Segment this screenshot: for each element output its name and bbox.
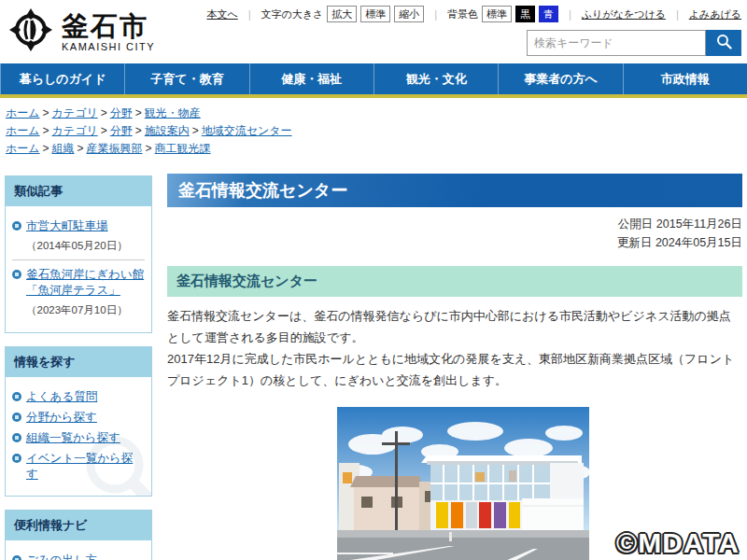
nav-item-business[interactable]: 事業者の方へ: [498, 63, 622, 94]
similar-article-date: （2023年07月10日）: [26, 303, 145, 317]
page: 釜石市 KAMAISHI CITY 本文へ ｜ 文字の大きさ 拡大 標準 縮小 …: [0, 0, 747, 560]
furigana-link[interactable]: ふりがなをつける: [582, 7, 666, 21]
bg-black-button[interactable]: 黒: [515, 6, 535, 22]
read-aloud-link[interactable]: よみあげる: [689, 7, 741, 21]
bullet-icon: [12, 221, 21, 231]
utility-bar: 本文へ ｜ 文字の大きさ 拡大 標準 縮小 ｜ 背景色 標準 黒 青 ｜ ふりが…: [206, 6, 741, 22]
breadcrumb-line-2: ホーム>カテゴリ>分野>施設案内>地域交流センター: [6, 122, 740, 140]
breadcrumb-link[interactable]: 産業振興部: [87, 142, 143, 155]
find-by-field-link[interactable]: 分野から探す: [26, 410, 97, 426]
list-item[interactable]: 分野から探す: [12, 410, 145, 426]
search-button[interactable]: [706, 30, 741, 56]
breadcrumb-link[interactable]: ホーム: [6, 106, 40, 119]
site-title-en: KAMAISHI CITY: [62, 41, 155, 52]
breadcrumb-link[interactable]: 観光・物産: [145, 106, 201, 119]
site-header: 釜石市 KAMAISHI CITY 本文へ ｜ 文字の大きさ 拡大 標準 縮小 …: [0, 0, 747, 63]
garbage-link[interactable]: ごみの出し方: [26, 553, 97, 560]
article-paragraph-2: 2017年12月に完成した市民ホールとともに地域文化の発展を支え、東部地区新商業…: [167, 348, 742, 391]
bullet-icon: [12, 454, 21, 463]
breadcrumb-link[interactable]: 分野: [110, 106, 133, 119]
nav-item-tourism-culture[interactable]: 観光・文化: [374, 63, 498, 94]
nav-item-living-guide[interactable]: 暮らしのガイド: [0, 63, 124, 94]
list-item[interactable]: ごみの出し方: [12, 553, 145, 560]
breadcrumb-link[interactable]: 分野: [110, 124, 133, 137]
global-nav: 暮らしのガイド 子育て・教育 健康・福祉 観光・文化 事業者の方へ 市政情報: [0, 63, 747, 98]
similar-article-link[interactable]: 市営大町駐車場: [26, 218, 108, 234]
font-size-label: 文字の大きさ: [261, 7, 324, 21]
bullet-icon: [12, 270, 21, 279]
breadcrumb: ホーム>カテゴリ>分野>観光・物産 ホーム>カテゴリ>分野>施設案内>地域交流セ…: [0, 98, 747, 162]
similar-article-date: （2014年05月20日）: [26, 239, 145, 253]
breadcrumb-link[interactable]: ホーム: [6, 124, 40, 137]
sidebar: 類似記事 市営大町駐車場 （2014年05月20日） 釜石魚河岸にぎわい館「魚河…: [5, 162, 152, 560]
bullet-icon: [12, 433, 21, 442]
breadcrumb-line-3: ホーム>組織>産業振興部>商工観光課: [6, 140, 740, 158]
sidebar-similar-articles: 類似記事 市営大町駐車場 （2014年05月20日） 釜石魚河岸にぎわい館「魚河…: [5, 175, 152, 333]
site-title: 釜石市 KAMAISHI CITY: [62, 12, 155, 52]
skip-to-content-link[interactable]: 本文へ: [206, 7, 237, 21]
page-title: 釜石情報交流センター: [167, 174, 742, 207]
list-item[interactable]: 釜石魚河岸にぎわい館「魚河岸テラス」: [12, 267, 145, 299]
mdata-watermark: ©MDATA: [616, 527, 740, 559]
bullet-icon: [12, 413, 21, 422]
font-size-small-button[interactable]: 縮小: [394, 6, 424, 22]
find-by-org-link[interactable]: 組織一覧から探す: [26, 430, 120, 446]
breadcrumb-link[interactable]: ホーム: [6, 142, 40, 155]
updated-date: 更新日 2024年05月15日: [167, 233, 742, 252]
city-emblem-icon: [7, 7, 54, 57]
site-logo[interactable]: 釜石市 KAMAISHI CITY: [7, 7, 155, 57]
main-content: 釜石情報交流センター 公開日 2015年11月26日 更新日 2024年05月1…: [167, 162, 742, 560]
sidebar-useful-navi: 便利情報ナビ ごみの出し方 公共交通機関 施設マップ: [5, 510, 152, 560]
bg-standard-button[interactable]: 標準: [482, 6, 512, 22]
faq-link[interactable]: よくある質問: [26, 389, 97, 405]
font-size-normal-button[interactable]: 標準: [360, 6, 390, 22]
section-heading: 釜石情報交流センター: [167, 266, 742, 297]
search-icon: [716, 34, 732, 52]
nav-item-city-government[interactable]: 市政情報: [623, 63, 747, 94]
breadcrumb-link[interactable]: 施設案内: [145, 124, 190, 137]
article-paragraph-1: 釜石情報交流センターは、釜石の情報発信ならびに市内中心部における市民活動やビジネ…: [167, 305, 742, 348]
font-size-large-button[interactable]: 拡大: [327, 6, 357, 22]
list-item[interactable]: 組織一覧から探す: [12, 430, 145, 446]
center-exterior-photo: [337, 407, 589, 560]
list-item[interactable]: よくある質問: [12, 389, 145, 405]
sidebar-find-info: 情報を探す よくある質問 分野から探す 組織一覧から探す: [5, 346, 152, 497]
bg-color-label: 背景色: [447, 7, 478, 21]
divider: [12, 259, 145, 260]
bg-blue-button[interactable]: 青: [539, 6, 558, 22]
breadcrumb-link[interactable]: カテゴリ: [52, 124, 98, 137]
list-item[interactable]: 市営大町駐車場: [12, 218, 145, 234]
nav-item-health-welfare[interactable]: 健康・福祉: [249, 63, 374, 94]
breadcrumb-link[interactable]: カテゴリ: [52, 106, 98, 119]
site-search: [527, 30, 741, 56]
list-item[interactable]: イベント一覧から探す: [12, 451, 145, 483]
site-title-jp: 釜石市: [62, 12, 155, 40]
sidebar-find-title: 情報を探す: [6, 347, 151, 377]
find-by-event-link[interactable]: イベント一覧から探す: [26, 451, 145, 483]
sidebar-navi-title: 便利情報ナビ: [6, 511, 151, 540]
breadcrumb-link[interactable]: 商工観光課: [155, 142, 211, 155]
similar-article-link[interactable]: 釜石魚河岸にぎわい館「魚河岸テラス」: [26, 267, 145, 299]
search-input[interactable]: [527, 30, 706, 56]
nav-item-childcare-education[interactable]: 子育て・教育: [124, 63, 248, 94]
bullet-icon: [12, 392, 21, 401]
breadcrumb-link[interactable]: 組織: [52, 142, 75, 155]
breadcrumb-line-1: ホーム>カテゴリ>分野>観光・物産: [6, 105, 740, 122]
breadcrumb-link[interactable]: 地域交流センター: [202, 124, 292, 137]
article-dates: 公開日 2015年11月26日 更新日 2024年05月15日: [167, 215, 742, 252]
published-date: 公開日 2015年11月26日: [167, 215, 742, 233]
sidebar-similar-title: 類似記事: [6, 176, 151, 206]
content-layout: 類似記事 市営大町駐車場 （2014年05月20日） 釜石魚河岸にぎわい館「魚河…: [0, 162, 747, 560]
bullet-icon: [12, 555, 21, 560]
